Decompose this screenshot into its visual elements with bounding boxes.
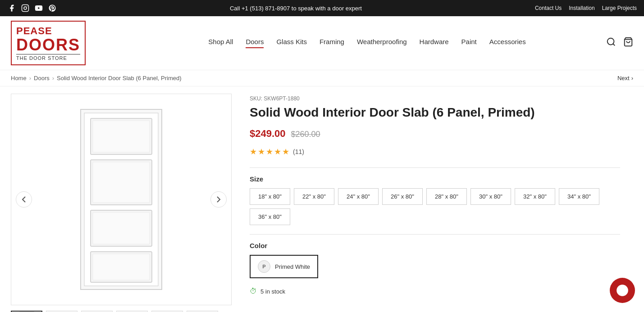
svg-rect-14 [93, 213, 150, 244]
color-label: Color [250, 242, 620, 249]
installation-link[interactable]: Installation [569, 5, 594, 11]
logo-text-bottom: The Door Store [16, 54, 80, 61]
nav-item-weatherproofing[interactable]: Weatherproofing [357, 38, 407, 48]
star-4: ★ [274, 147, 281, 157]
size-btn-7[interactable]: 34" x 80" [559, 188, 599, 205]
breadcrumb-next[interactable]: Next › [617, 75, 633, 81]
breadcrumb-current: Solid Wood Interior Door Slab (6 Panel, … [57, 75, 182, 81]
main-image [11, 94, 232, 305]
social-icons-group [7, 4, 57, 13]
main-nav: Shop AllDoorsGlass KitsFramingWeatherpro… [137, 38, 597, 48]
color-options: PPrimed White [250, 255, 620, 278]
top-bar-links: Contact Us Installation Large Projects [535, 5, 637, 11]
product-details: SKU: SKW6PT-1880 Solid Wood Interior Doo… [250, 94, 620, 312]
header-icons [606, 37, 633, 49]
star-5: ★ [282, 147, 289, 157]
breadcrumb-doors[interactable]: Doors [34, 75, 50, 81]
stock-row: ⏱ 5 in stock [250, 287, 620, 295]
nav-item-paint[interactable]: Paint [461, 38, 477, 48]
nav-item-glass-kits[interactable]: Glass Kits [276, 38, 307, 48]
svg-rect-16 [93, 254, 150, 280]
breadcrumb-left: Home › Doors › Solid Wood Interior Door … [11, 75, 182, 81]
stock-text: 5 in stock [260, 288, 285, 295]
cart-icon[interactable] [623, 37, 633, 49]
color-label-0: Primed White [275, 263, 310, 270]
star-2: ★ [258, 147, 265, 157]
rating-count: (11) [293, 148, 304, 155]
size-btn-5[interactable]: 30" x 80" [470, 188, 511, 205]
breadcrumb-sep-2: › [52, 75, 54, 81]
nav-item-shop-all[interactable]: Shop All [208, 38, 233, 48]
size-btn-4[interactable]: 28" x 80" [426, 188, 467, 205]
header: PEASE DOORS The Door Store Shop AllDoors… [0, 16, 644, 70]
breadcrumb-home[interactable]: Home [11, 75, 27, 81]
logo[interactable]: PEASE DOORS The Door Store [11, 21, 128, 65]
price-sale: $249.00 [250, 128, 286, 140]
logo-text-doors: DOORS [16, 37, 80, 53]
svg-line-5 [613, 44, 615, 45]
door-image [11, 94, 231, 305]
divider-2 [250, 234, 620, 235]
product-image-area [11, 94, 232, 312]
product-sku: SKU: SKW6PT-1880 [250, 95, 620, 102]
facebook-icon[interactable] [7, 4, 16, 13]
search-icon[interactable] [606, 37, 616, 49]
contact-link[interactable]: Contact Us [535, 5, 562, 11]
support-bubble[interactable] [610, 278, 635, 303]
product-title: Solid Wood Interior Door Slab (6 Panel, … [250, 104, 620, 121]
svg-rect-12 [93, 162, 150, 203]
large-projects-link[interactable]: Large Projects [602, 5, 637, 11]
product-prices: $249.00 $260.00 [250, 128, 620, 140]
star-rating[interactable]: ★ ★ ★ ★ ★ [250, 147, 289, 157]
price-original: $260.00 [291, 130, 320, 139]
size-btn-6[interactable]: 32" x 80" [515, 188, 555, 205]
youtube-icon[interactable] [34, 4, 43, 13]
size-btn-3[interactable]: 26" x 80" [382, 188, 423, 205]
size-grid: 18" x 80"22" x 80"24" x 80"26" x 80"28" … [250, 188, 620, 225]
svg-point-2 [27, 6, 27, 7]
svg-point-1 [24, 7, 27, 9]
svg-point-4 [607, 38, 614, 45]
main-content: SKU: SKW6PT-1880 Solid Wood Interior Doo… [0, 86, 631, 312]
size-btn-8[interactable]: 36" x 80" [250, 208, 290, 225]
nav-item-accessories[interactable]: Accessories [489, 38, 526, 48]
nav-item-doors[interactable]: Doors [246, 38, 264, 48]
nav-item-hardware[interactable]: Hardware [420, 38, 449, 48]
divider-1 [250, 167, 620, 168]
image-prev-button[interactable] [16, 191, 32, 208]
svg-rect-10 [93, 121, 150, 152]
nav-item-framing[interactable]: Framing [320, 38, 344, 48]
star-1: ★ [250, 147, 257, 157]
breadcrumb: Home › Doors › Solid Wood Interior Door … [0, 70, 644, 86]
color-swatch-0: P [258, 260, 270, 273]
color-section: Color PPrimed White [250, 242, 620, 278]
rating-row: ★ ★ ★ ★ ★ (11) [250, 147, 620, 157]
top-bar-message: Call +1 (513) 871-8907 to speak with a d… [57, 5, 535, 12]
size-btn-1[interactable]: 22" x 80" [294, 188, 334, 205]
chevron-right-icon: › [631, 75, 633, 81]
pinterest-icon[interactable] [48, 4, 57, 13]
star-3: ★ [266, 147, 273, 157]
svg-rect-0 [22, 5, 29, 12]
size-btn-2[interactable]: 24" x 80" [338, 188, 379, 205]
size-label: Size [250, 175, 620, 183]
breadcrumb-sep-1: › [29, 75, 31, 81]
image-next-button[interactable] [210, 191, 227, 208]
clock-icon: ⏱ [250, 287, 257, 295]
top-bar: Call +1 (513) 871-8907 to speak with a d… [0, 0, 644, 16]
color-btn-0[interactable]: PPrimed White [250, 255, 318, 278]
instagram-icon[interactable] [21, 4, 30, 13]
size-btn-0[interactable]: 18" x 80" [250, 188, 290, 205]
